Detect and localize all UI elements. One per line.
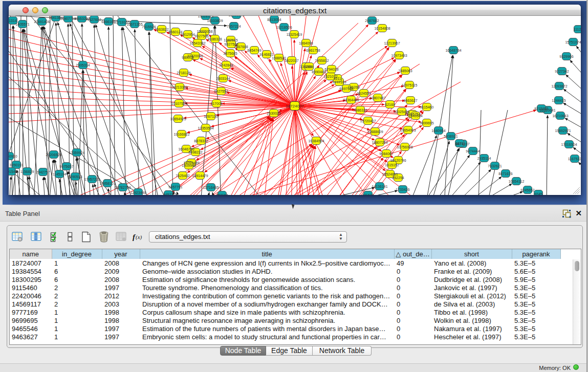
- svg-text:989018: 989018: [182, 56, 193, 59]
- svg-text:9457791: 9457791: [168, 185, 182, 189]
- svg-text:10107554: 10107554: [171, 102, 187, 105]
- svg-text:16154808: 16154808: [374, 27, 390, 30]
- svg-text:8427552: 8427552: [214, 90, 228, 93]
- svg-text:3624554: 3624554: [357, 92, 371, 95]
- svg-text:19384554: 19384554: [308, 139, 324, 143]
- svg-text:1588520: 1588520: [272, 56, 286, 60]
- svg-text:3350191: 3350191: [9, 163, 23, 167]
- svg-text:2905334: 2905334: [76, 63, 90, 67]
- svg-text:9899695: 9899695: [420, 121, 433, 125]
- svg-text:2867608: 2867608: [234, 45, 248, 49]
- svg-text:2803144: 2803144: [216, 77, 230, 80]
- svg-text:20691406: 20691406: [34, 20, 50, 24]
- svg-text:12923448: 12923448: [130, 191, 146, 194]
- svg-text:1290513: 1290513: [68, 175, 82, 179]
- svg-text:12213389: 12213389: [171, 85, 187, 89]
- svg-text:8813054: 8813054: [267, 18, 281, 21]
- svg-text:252254: 252254: [392, 176, 404, 180]
- svg-text:1314: 1314: [9, 19, 17, 23]
- svg-text:16990178: 16990178: [228, 16, 244, 17]
- svg-text:391549: 391549: [9, 170, 17, 173]
- svg-text:8215955: 8215955: [534, 107, 548, 111]
- svg-text:1145194: 1145194: [53, 172, 67, 176]
- svg-text:1621072: 1621072: [323, 75, 337, 78]
- svg-text:10688609: 10688609: [367, 130, 383, 134]
- svg-text:15226058: 15226058: [197, 30, 212, 33]
- svg-text:26260910: 26260910: [9, 155, 17, 158]
- svg-text:(x): (x): [136, 234, 142, 240]
- svg-text:9777169: 9777169: [332, 80, 346, 84]
- svg-text:19166822: 19166822: [173, 133, 189, 136]
- svg-text:8454749: 8454749: [247, 49, 261, 52]
- svg-text:62160: 62160: [385, 103, 395, 106]
- svg-text:7515526: 7515526: [142, 25, 156, 29]
- svg-text:10807487: 10807487: [369, 96, 385, 100]
- svg-text:917004: 917004: [210, 102, 222, 105]
- svg-text:7625402: 7625402: [176, 174, 189, 178]
- svg-text:10654925: 10654925: [170, 117, 186, 121]
- svg-text:7485063: 7485063: [398, 69, 412, 73]
- svg-text:9245652: 9245652: [520, 188, 534, 192]
- svg-text:1615152: 1615152: [385, 163, 399, 167]
- svg-text:2530025: 2530025: [267, 112, 280, 115]
- svg-text:9242848: 9242848: [219, 63, 233, 67]
- svg-text:18807249: 18807249: [372, 141, 387, 144]
- svg-text:10025456: 10025456: [394, 110, 409, 114]
- svg-text:9463627: 9463627: [403, 99, 417, 102]
- svg-text:2935114: 2935114: [477, 157, 491, 160]
- svg-text:16648784: 16648784: [445, 49, 461, 52]
- svg-text:1167533: 1167533: [568, 157, 581, 161]
- svg-text:1733426: 1733426: [396, 188, 409, 191]
- svg-text:16782759: 16782759: [115, 186, 130, 189]
- svg-text:19028121: 19028121: [198, 16, 213, 18]
- svg-text:15692971: 15692971: [555, 129, 571, 133]
- svg-text:9115460: 9115460: [420, 105, 434, 109]
- svg-text:9245: 9245: [534, 192, 542, 195]
- svg-text:1156829: 1156829: [20, 170, 34, 173]
- svg-text:10973493: 10973493: [391, 54, 407, 57]
- svg-text:15720407: 15720407: [360, 119, 376, 123]
- svg-text:19218506: 19218506: [276, 26, 292, 29]
- svg-text:10654112: 10654112: [509, 180, 525, 183]
- svg-text:9227342: 9227342: [555, 70, 569, 73]
- svg-text:12213967: 12213967: [384, 41, 400, 45]
- svg-text:1549544: 1549544: [408, 114, 422, 118]
- svg-text:11325419: 11325419: [287, 33, 302, 36]
- svg-text:7986322: 7986322: [353, 108, 367, 112]
- svg-text:2942757: 2942757: [36, 170, 50, 174]
- svg-text:18524851: 18524851: [382, 172, 398, 176]
- svg-text:1527602: 1527602: [87, 18, 101, 21]
- svg-text:7663822: 7663822: [155, 28, 168, 31]
- svg-text:17359924: 17359924: [69, 151, 84, 155]
- svg-text:5498222: 5498222: [188, 150, 202, 154]
- svg-text:5822037: 5822037: [285, 59, 298, 62]
- svg-text:2087682: 2087682: [365, 19, 379, 23]
- svg-text:15751074: 15751074: [565, 40, 581, 44]
- svg-text:10756928: 10756928: [397, 145, 412, 149]
- svg-text:16543382: 16543382: [189, 41, 205, 45]
- svg-text:157164: 157164: [216, 193, 228, 195]
- svg-text:1405571: 1405571: [15, 23, 29, 26]
- svg-text:8912954: 8912954: [181, 33, 194, 36]
- svg-text:18724007: 18724007: [286, 104, 304, 108]
- svg-text:1559: 1559: [305, 65, 313, 69]
- svg-text:10958107: 10958107: [99, 182, 115, 185]
- svg-text:17957225: 17957225: [84, 178, 100, 181]
- svg-text:11121: 11121: [574, 28, 581, 31]
- svg-text:8186328: 8186328: [208, 37, 222, 41]
- svg-text:14136141: 14136141: [372, 185, 387, 188]
- svg-text:1409948: 1409948: [182, 164, 195, 167]
- svg-text:17016504: 17016504: [561, 143, 577, 146]
- svg-text:1362615: 1362615: [224, 38, 237, 42]
- svg-text:16914479: 16914479: [192, 174, 208, 178]
- svg-text:15716485: 15716485: [203, 186, 219, 189]
- svg-text:12975115: 12975115: [402, 83, 418, 87]
- svg-text:3267130: 3267130: [204, 115, 217, 118]
- svg-text:7632621: 7632621: [488, 164, 502, 168]
- svg-text:6794028: 6794028: [324, 68, 338, 71]
- svg-text:7857224: 7857224: [227, 25, 241, 28]
- svg-text:20206526: 20206526: [46, 153, 61, 157]
- svg-text:1244415: 1244415: [552, 99, 565, 102]
- svg-text:8878332: 8878332: [194, 139, 208, 143]
- svg-text:1640954: 1640954: [431, 129, 445, 133]
